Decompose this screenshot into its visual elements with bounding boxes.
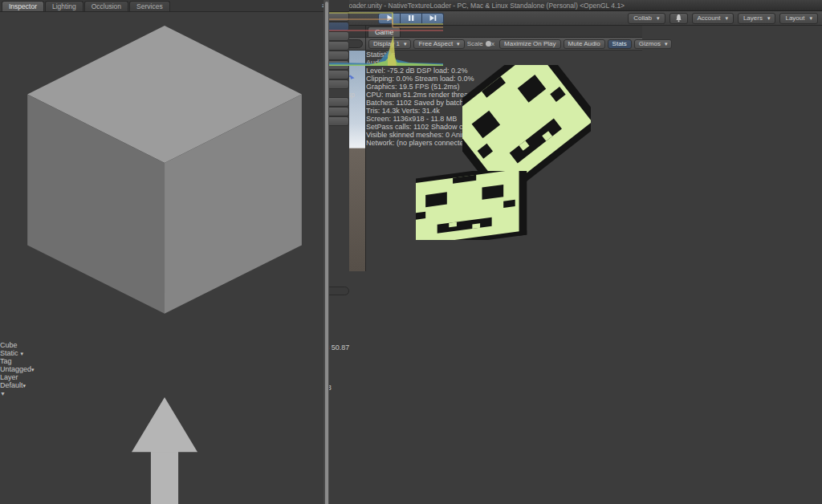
stat-left: Level: -75.2 dB	[366, 67, 415, 75]
tab-occlusion[interactable]: Occlusion	[84, 1, 128, 11]
stat-right: DSP load: 0.2%	[417, 67, 467, 75]
stat-left: Visible skinned meshes: 0	[366, 131, 450, 139]
inspector-panel: Inspector Lighting Occlusion Services ≡ …	[0, 0, 329, 504]
tab-inspector-label: Inspector	[9, 2, 37, 10]
self-ms: 50.87	[332, 343, 350, 352]
inspector-scrollbar[interactable]	[324, 0, 329, 504]
layer-value: Default	[0, 381, 23, 389]
notifications-button[interactable]	[669, 13, 688, 24]
toolbar-right: Collab Account Layers Layout	[628, 13, 818, 24]
transform-header[interactable]: ▼ Transform	[0, 389, 329, 504]
account-dropdown[interactable]: Account	[692, 13, 734, 24]
collab-dropdown[interactable]: Collab	[628, 13, 665, 24]
chevron-down-icon: ▾	[31, 367, 35, 372]
stat-left: Batches: 1102	[366, 99, 412, 107]
stat-left: Network: (no players connected)	[366, 139, 470, 147]
inspector-content: Cube Static▾ Tag Untagged▾ Layer Default…	[0, 12, 329, 504]
tag-dropdown[interactable]: Untagged▾	[0, 365, 329, 373]
maximize-on-play-label: Maximize On Play	[504, 40, 555, 47]
foldout-icon: ▼	[0, 391, 6, 396]
cube-icon	[0, 12, 329, 341]
scale-label: Scale	[467, 40, 483, 47]
layout-dropdown[interactable]: Layout	[779, 13, 818, 24]
bell-icon	[675, 14, 682, 22]
chevron-down-icon: ▾	[23, 383, 26, 388]
stat-right: Verts: 31.4k	[401, 107, 440, 115]
layers-dropdown[interactable]: Layers	[738, 13, 776, 24]
stat-left: Graphics:	[366, 83, 397, 91]
tag-value: Untagged	[0, 365, 31, 373]
tab-lighting[interactable]: Lighting	[45, 1, 83, 11]
tab-services-label: Services	[136, 2, 163, 10]
stats-button[interactable]: Stats	[608, 39, 632, 49]
gameobject-name-field[interactable]: Cube	[0, 341, 329, 349]
mute-audio-button[interactable]: Mute Audio	[564, 39, 605, 49]
game-viewport[interactable]: Statistics Audio: Level: -75.2 dB DSP lo…	[366, 51, 642, 271]
stat-left: SetPass calls: 1102	[366, 123, 429, 131]
layer-label: Layer	[0, 373, 18, 381]
tab-inspector[interactable]: Inspector	[2, 1, 44, 11]
scale-slider-thumb[interactable]	[486, 41, 491, 47]
collab-label: Collab	[633, 14, 652, 22]
static-label: Static	[0, 349, 18, 357]
tab-lighting-label: Lighting	[52, 2, 76, 10]
tab-services[interactable]: Services	[129, 1, 170, 11]
game-gizmos-label: Gizmos	[639, 40, 661, 47]
maximize-on-play-button[interactable]: Maximize On Play	[499, 39, 560, 49]
tag-label: Tag	[0, 357, 12, 365]
transform-icon	[0, 397, 329, 504]
stats-label: Stats	[612, 40, 627, 47]
layer-dropdown[interactable]: Default▾	[0, 381, 329, 389]
static-dropdown[interactable]: Static▾	[0, 349, 329, 357]
mute-audio-label: Mute Audio	[568, 40, 600, 47]
gameobject-name: Cube	[0, 341, 18, 349]
layers-label: Layers	[743, 14, 763, 22]
account-label: Account	[698, 14, 721, 22]
game-sprite-2	[416, 171, 544, 240]
stat-left: Clipping: 0.0%	[366, 75, 413, 83]
tab-occlusion-label: Occlusion	[92, 2, 121, 10]
stat-right: 19.5 FPS (51.2ms)	[399, 83, 460, 91]
gameobject-header: Cube Static▾ Tag Untagged▾ Layer Default…	[0, 12, 329, 389]
inspector-tabbar: Inspector Lighting Occlusion Services ≡	[0, 0, 329, 12]
game-gizmos-dropdown[interactable]: Gizmos	[634, 39, 673, 49]
layout-label: Layout	[785, 14, 804, 22]
chevron-down-icon: ▾	[21, 351, 24, 356]
stat-left: Tris: 14.3k	[366, 107, 400, 115]
stat-left: Screen: 1136x918 - 11.8 MB	[366, 115, 457, 123]
